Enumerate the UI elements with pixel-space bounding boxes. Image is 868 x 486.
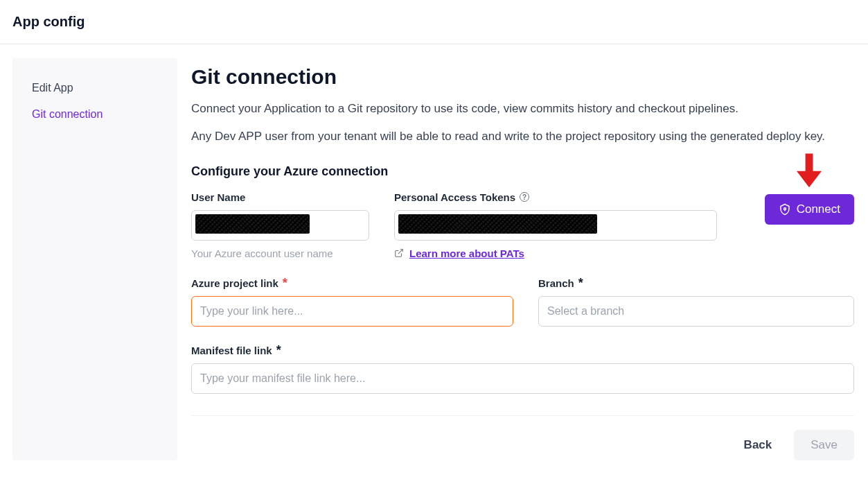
sidebar-item-edit-app[interactable]: Edit App <box>12 75 177 101</box>
branch-label: Branch * <box>538 277 854 289</box>
help-icon[interactable]: ? <box>520 192 529 202</box>
pat-input[interactable] <box>394 210 717 241</box>
project-link-label: Azure project link * <box>191 277 513 289</box>
branch-placeholder: Select a branch <box>547 305 624 318</box>
header-title: App config <box>12 14 856 30</box>
arrow-down-icon <box>793 151 825 189</box>
sidebar-item-label: Git connection <box>32 108 103 120</box>
redacted-value <box>195 214 310 234</box>
main-content: Git connection Connect your Application … <box>177 44 868 474</box>
manifest-label: Manifest file link * <box>191 345 854 356</box>
sidebar-item-label: Edit App <box>32 82 73 94</box>
pat-label: Personal Access Tokens ? <box>394 191 717 203</box>
page-description-1: Connect your Application to a Git reposi… <box>191 100 854 118</box>
shield-lock-icon <box>779 203 791 216</box>
footer: Back Save <box>191 415 854 460</box>
pat-label-text: Personal Access Tokens <box>394 191 515 203</box>
svg-point-1 <box>783 207 786 209</box>
learn-more-pats-link[interactable]: Learn more about PATs <box>409 248 524 259</box>
page-description-2: Any Dev APP user from your tenant will b… <box>191 128 854 146</box>
section-title: Configure your Azure connection <box>191 164 854 179</box>
manifest-input[interactable] <box>191 363 854 394</box>
back-button[interactable]: Back <box>734 431 782 459</box>
save-button[interactable]: Save <box>794 430 854 460</box>
external-link-icon <box>394 248 404 258</box>
sidebar: Edit App Git connection <box>12 58 177 460</box>
redacted-value <box>398 214 597 234</box>
connect-button[interactable]: Connect <box>765 194 854 225</box>
manifest-label-text: Manifest file link <box>191 345 272 356</box>
app-header: App config <box>0 0 868 44</box>
branch-label-text: Branch <box>538 277 574 289</box>
sidebar-item-git-connection[interactable]: Git connection <box>12 101 177 128</box>
connect-button-label: Connect <box>797 202 840 216</box>
username-helper: Your Azure account user name <box>191 248 369 259</box>
username-input[interactable] <box>191 210 369 241</box>
project-link-input[interactable] <box>191 296 513 327</box>
page-title: Git connection <box>191 65 854 89</box>
username-label: User Name <box>191 191 369 203</box>
branch-select[interactable]: Select a branch <box>538 296 854 327</box>
project-link-label-text: Azure project link <box>191 277 278 289</box>
svg-line-0 <box>398 250 402 254</box>
